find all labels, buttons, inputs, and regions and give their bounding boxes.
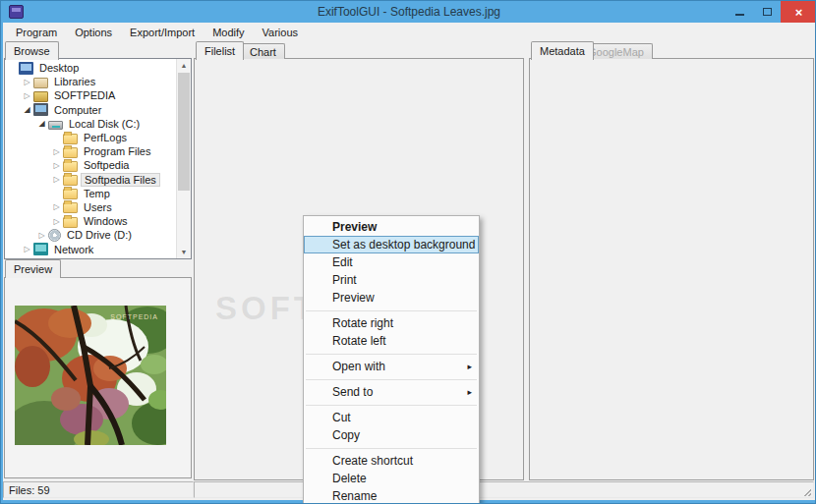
context-menu-item[interactable]: Edit xyxy=(304,253,479,271)
menu-options[interactable]: Options xyxy=(66,25,121,40)
menu-modify[interactable]: Modify xyxy=(204,25,253,40)
context-menu-item[interactable]: Open with▸ xyxy=(304,358,479,375)
tree-item[interactable]: ◢Computer xyxy=(6,103,175,117)
scroll-up-icon[interactable]: ▲ xyxy=(177,62,191,69)
expanded-arrow-icon[interactable]: ◢ xyxy=(21,105,33,114)
scrollbar-thumb[interactable] xyxy=(178,73,190,191)
status-files: Files: 59 xyxy=(3,481,194,498)
tree-item-label: Windows xyxy=(81,215,131,227)
context-menu: PreviewSet as desktop backgroundEditPrin… xyxy=(303,215,480,504)
context-menu-items: PreviewSet as desktop backgroundEditPrin… xyxy=(304,218,479,504)
tree-item-label: Libraries xyxy=(51,76,98,87)
minimize-icon xyxy=(735,14,744,16)
softpedia-icon xyxy=(33,91,48,102)
tree-item-label: CD Drive (D:) xyxy=(64,229,135,241)
collapsed-arrow-icon[interactable]: ▷ xyxy=(50,161,63,170)
computer-icon xyxy=(33,103,48,116)
collapsed-arrow-icon[interactable]: ▷ xyxy=(50,175,63,184)
tree-item[interactable]: ▷Libraries xyxy=(6,75,175,88)
menu-separator xyxy=(306,379,477,380)
menu-various[interactable]: Various xyxy=(254,25,307,40)
folder-icon xyxy=(63,217,78,228)
tree-scrollbar[interactable]: ▲ ▼ xyxy=(176,59,191,258)
drive-icon xyxy=(48,121,63,130)
menu-program[interactable]: Program xyxy=(7,25,66,40)
folder-icon xyxy=(63,161,78,172)
title-bar[interactable]: ExifToolGUI - Softpedia Leaves.jpg xyxy=(1,1,816,23)
menu-separator xyxy=(306,354,477,355)
window-title: ExifToolGUI - Softpedia Leaves.jpg xyxy=(1,5,816,19)
context-menu-item[interactable]: Send to▸ xyxy=(304,383,479,401)
folder-icon xyxy=(63,202,78,213)
collapsed-arrow-icon[interactable]: ▷ xyxy=(21,245,33,253)
context-menu-item[interactable]: Preview xyxy=(304,289,479,307)
tree-item-label: Local Disk (C:) xyxy=(66,118,143,130)
menu-bar: ProgramOptionsExport/ImportModifyVarious xyxy=(3,23,815,41)
close-button[interactable]: × xyxy=(781,1,816,23)
collapsed-arrow-icon[interactable]: ▷ xyxy=(50,202,63,211)
folder-icon xyxy=(63,134,78,144)
tree-item[interactable]: ▷Softpedia Files xyxy=(6,173,175,187)
collapsed-arrow-icon[interactable]: ▷ xyxy=(21,91,33,100)
tree-item-label: Temp xyxy=(81,188,113,199)
collapsed-arrow-icon[interactable]: ▷ xyxy=(50,217,63,226)
collapsed-arrow-icon[interactable]: ▷ xyxy=(50,147,63,156)
tab-metadata[interactable]: Metadata xyxy=(531,41,594,60)
tab-chart[interactable]: Chart xyxy=(241,43,285,59)
context-menu-item[interactable]: Set as desktop background xyxy=(304,236,479,253)
tree-item[interactable]: ▷Softpedia xyxy=(6,158,175,172)
tree-item[interactable]: PerfLogs xyxy=(6,131,175,144)
context-menu-item[interactable]: Cut xyxy=(304,409,479,426)
tree-item[interactable]: ▷Windows xyxy=(6,214,175,228)
tree-item-label: Users xyxy=(81,201,115,213)
context-menu-item[interactable]: Copy xyxy=(304,426,479,444)
folder-tree-rows: Desktop▷Libraries▷SOFTPEDIA◢Computer◢Loc… xyxy=(6,61,175,257)
network-icon xyxy=(33,243,48,255)
context-menu-item[interactable]: Rotate right xyxy=(304,314,479,332)
folder-icon xyxy=(63,175,78,186)
context-menu-item[interactable]: Print xyxy=(304,271,479,289)
tree-item-label: Softpedia Files xyxy=(81,173,160,187)
preview-watermark: SOFTPEDIA xyxy=(110,313,158,320)
context-menu-item[interactable]: Rename xyxy=(304,487,479,504)
desktop-icon xyxy=(19,62,33,75)
context-menu-item[interactable]: Delete xyxy=(304,470,479,487)
tree-item[interactable]: Desktop xyxy=(6,61,175,75)
libraries-icon xyxy=(33,78,48,88)
cd-icon xyxy=(48,229,61,242)
tab-preview[interactable]: Preview xyxy=(5,259,61,278)
exiftoolgui-window: ExifToolGUI - Softpedia Leaves.jpg × Pro… xyxy=(0,0,816,504)
tree-item[interactable]: Temp xyxy=(6,187,175,200)
tree-item[interactable]: ◢Local Disk (C:) xyxy=(6,117,175,131)
menu-separator xyxy=(306,310,477,311)
collapsed-arrow-icon[interactable]: ▷ xyxy=(35,231,48,240)
tree-item[interactable]: ▷SOFTPEDIA xyxy=(6,88,175,102)
context-menu-item[interactable]: Preview xyxy=(304,218,479,236)
tree-item-label: SOFTPEDIA xyxy=(51,89,118,101)
metadata-panel xyxy=(529,58,814,480)
preview-panel: SOFTPEDIA xyxy=(4,277,192,478)
tree-item-label: PerfLogs xyxy=(81,132,130,143)
status-empty xyxy=(194,481,814,498)
menu-export-import[interactable]: Export/Import xyxy=(121,25,204,40)
maximize-icon xyxy=(763,8,772,16)
tree-item[interactable]: ▷Users xyxy=(6,200,175,214)
minimize-button[interactable] xyxy=(726,1,753,22)
tree-item[interactable]: ▷Program Files xyxy=(6,144,175,158)
scroll-down-icon[interactable]: ▼ xyxy=(177,249,191,255)
menu-separator xyxy=(306,448,477,449)
tab-filelist[interactable]: Filelist xyxy=(196,41,244,60)
context-menu-item[interactable]: Rotate left xyxy=(304,332,479,350)
tree-item-label: Network xyxy=(51,244,96,255)
preview-image: SOFTPEDIA xyxy=(15,306,166,445)
tree-item[interactable]: ▷Network xyxy=(6,242,175,255)
context-menu-item[interactable]: Create shortcut xyxy=(304,452,479,470)
folder-tree: Desktop▷Libraries▷SOFTPEDIA◢Computer◢Loc… xyxy=(4,58,192,259)
tree-item[interactable]: ▷CD Drive (D:) xyxy=(6,228,175,242)
collapsed-arrow-icon[interactable]: ▷ xyxy=(21,78,33,86)
maximize-button[interactable] xyxy=(753,1,781,22)
tree-item-label: Softpedia xyxy=(81,159,132,171)
tab-browse[interactable]: Browse xyxy=(5,41,59,60)
expanded-arrow-icon[interactable]: ◢ xyxy=(35,119,48,128)
submenu-arrow-icon: ▸ xyxy=(467,358,472,375)
